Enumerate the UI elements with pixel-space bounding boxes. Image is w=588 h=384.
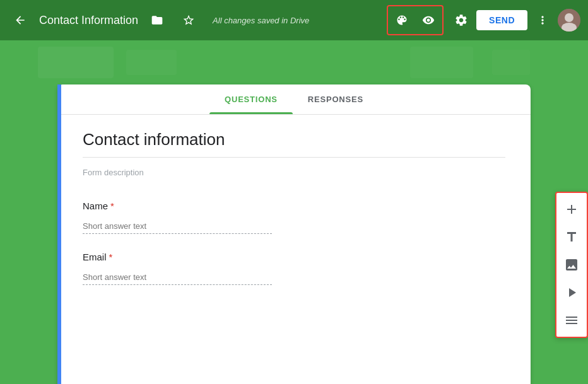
svg-rect-6 xyxy=(492,50,530,75)
question-name: Name* xyxy=(83,188,505,239)
topbar-right: SEND xyxy=(387,5,580,35)
form-description[interactable]: Form description xyxy=(83,165,505,188)
topbar-left: Contact Information All changes saved in… xyxy=(8,8,382,33)
save-status: All changes saved in Drive xyxy=(213,16,309,25)
avatar[interactable] xyxy=(558,9,580,32)
tabs-bar: QUESTIONS RESPONSES xyxy=(57,84,531,115)
topbar: Contact Information All changes saved in… xyxy=(0,0,588,40)
form-content: Contact information Form description Nam… xyxy=(57,115,531,305)
add-video-button[interactable] xyxy=(558,279,585,306)
folder-button[interactable] xyxy=(144,8,170,33)
tab-responses[interactable]: RESPONSES xyxy=(293,84,379,114)
preview-button[interactable] xyxy=(416,8,441,33)
question-email: Email* xyxy=(83,239,505,290)
svg-rect-4 xyxy=(126,50,177,75)
send-button[interactable]: SEND xyxy=(476,10,527,30)
bg-decoration xyxy=(0,40,588,84)
add-question-button[interactable] xyxy=(558,195,585,223)
settings-button[interactable] xyxy=(449,8,474,33)
add-image-button[interactable] xyxy=(558,251,585,279)
highlighted-toolbar xyxy=(387,5,444,35)
name-input[interactable] xyxy=(83,219,272,234)
question-email-label: Email* xyxy=(83,252,505,262)
back-button[interactable] xyxy=(8,8,33,33)
form-card: QUESTIONS RESPONSES Contact information … xyxy=(57,84,531,384)
right-sidebar xyxy=(555,192,588,338)
add-title-button[interactable] xyxy=(558,223,585,251)
more-button[interactable] xyxy=(530,8,555,33)
svg-rect-5 xyxy=(410,47,473,78)
form-title: Contact information xyxy=(83,130,505,158)
main-content: QUESTIONS RESPONSES Contact information … xyxy=(0,84,588,384)
svg-point-1 xyxy=(565,13,573,22)
required-star-email: * xyxy=(109,252,113,262)
svg-rect-3 xyxy=(38,47,114,78)
tab-questions[interactable]: QUESTIONS xyxy=(209,84,293,114)
required-star-name: * xyxy=(110,201,114,211)
palette-button[interactable] xyxy=(389,8,415,33)
question-name-label: Name* xyxy=(83,201,505,211)
add-section-button[interactable] xyxy=(558,306,585,334)
star-button[interactable] xyxy=(176,8,201,33)
page-title: Contact Information xyxy=(39,14,138,27)
email-input[interactable] xyxy=(83,270,272,285)
